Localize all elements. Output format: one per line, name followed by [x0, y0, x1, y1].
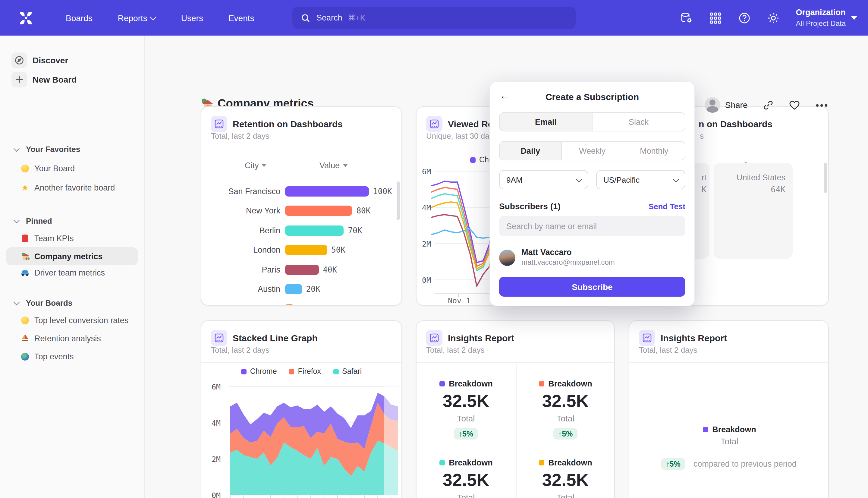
card-title[interactable]: Insights Report: [448, 333, 514, 343]
share-button[interactable]: Share: [705, 97, 748, 113]
sidebar-item-driver-team-metrics[interactable]: Driver team metrics: [6, 263, 138, 281]
sidebar-section-your-favorites[interactable]: Your Favorites: [0, 141, 144, 157]
chevron-down-icon: [14, 217, 19, 223]
sort-triangle-icon: [343, 164, 347, 167]
smiley-emoji-icon: [21, 164, 29, 173]
apps-grid-icon[interactable]: [709, 11, 722, 24]
chevron-down-icon: [673, 176, 679, 182]
metric-total-label: Total: [418, 414, 514, 423]
row-city-label: Austin: [201, 285, 280, 294]
table-row[interactable]: Paris40K: [201, 260, 396, 279]
subscribe-submit-button[interactable]: Subscribe: [499, 277, 685, 297]
sidebar-item-discover[interactable]: Discover: [0, 52, 144, 69]
sidebar-item-your-board[interactable]: Your Board: [6, 159, 138, 177]
copy-link-icon[interactable]: [763, 100, 773, 110]
metric-breakdown-2[interactable]: Breakdown 32.5K Total ↑5%: [517, 379, 614, 440]
comparison-row: ↑5% compared to previous period: [629, 454, 828, 470]
y-tick: 2M: [205, 455, 221, 464]
mixpanel-logo-icon[interactable]: [17, 9, 35, 27]
settings-gear-icon[interactable]: [767, 11, 780, 24]
nav-item-users[interactable]: Users: [169, 0, 216, 36]
tab-monthly[interactable]: Monthly: [624, 142, 685, 160]
column-header-city[interactable]: City: [245, 161, 267, 170]
data-sources-icon[interactable]: [680, 11, 694, 24]
scrollbar[interactable]: [824, 163, 827, 193]
bar[interactable]: [285, 284, 302, 294]
card-title[interactable]: Viewed Re: [448, 119, 493, 129]
bar[interactable]: [285, 245, 327, 255]
metric-breakdown-single[interactable]: Breakdown Total: [681, 425, 778, 446]
favorite-heart-icon[interactable]: [789, 100, 800, 110]
metric-breakdown-3[interactable]: Breakdown 32.5K Total ↑5%: [418, 458, 514, 498]
sidebar-item-another-favorite-board[interactable]: Another favorite board: [6, 179, 138, 197]
y-tick: 6M: [205, 382, 221, 391]
sidebar-item-top-level-conversion-rates[interactable]: Top level conversion rates: [6, 311, 138, 329]
top-nav: Boards Reports Users Events Search ⌘+K: [0, 0, 868, 36]
tab-weekly[interactable]: Weekly: [561, 142, 623, 160]
tab-slack[interactable]: Slack: [592, 113, 685, 131]
bar[interactable]: [285, 304, 294, 305]
y-tick: 6M: [416, 167, 431, 176]
card-title[interactable]: Stacked Line Graph: [233, 333, 318, 343]
more-options-icon[interactable]: •••: [816, 100, 829, 110]
tab-daily[interactable]: Daily: [500, 142, 561, 160]
nav-item-reports[interactable]: Reports: [105, 0, 169, 36]
metric-breakdown-1[interactable]: Breakdown 32.5K Total ↑5%: [418, 379, 514, 440]
column-header-value[interactable]: Value: [319, 161, 347, 170]
search-placeholder: Search: [317, 13, 342, 22]
card-title[interactable]: Retention on Dashboards: [233, 119, 343, 129]
metric-breakdown-4[interactable]: Breakdown 32.5K Total ↑5%: [517, 458, 614, 498]
help-icon[interactable]: [738, 11, 751, 24]
sidebar-section-pinned[interactable]: Pinned: [0, 213, 144, 228]
search-input[interactable]: Search ⌘+K: [292, 6, 576, 29]
metric-value: 32.5K: [517, 470, 614, 490]
table-row[interactable]: Austin20K: [201, 279, 396, 299]
country-panel[interactable]: United States 64K: [714, 163, 793, 259]
clipped-panel: rt K: [694, 163, 709, 259]
nav-item-events[interactable]: Events: [216, 0, 267, 36]
card-title[interactable]: Insights Report: [660, 333, 727, 343]
row-value: 50K: [331, 246, 345, 255]
y-tick: 4M: [205, 418, 221, 428]
timezone-select[interactable]: US/Pacific: [596, 170, 685, 189]
table-row[interactable]: Berlin70K: [201, 221, 396, 240]
table-row[interactable]: San Francisco100K: [201, 182, 396, 201]
sidebar-section-your-boards[interactable]: Your Boards: [0, 295, 144, 311]
subscriber-search-input[interactable]: Search by name or email: [499, 216, 685, 236]
tab-email[interactable]: Email: [500, 113, 592, 131]
row-city-label: Berlin: [201, 226, 280, 235]
modal-title: Create a Subscription: [490, 92, 694, 102]
search-shortcut: ⌘+K: [348, 13, 365, 22]
send-test-link[interactable]: Send Test: [649, 202, 685, 211]
row-value: 20K: [306, 285, 320, 294]
bar[interactable]: [285, 225, 344, 236]
table-row[interactable]: Bangalore10K: [201, 299, 396, 305]
sidebar: Discover New Board Your Favorites Your B…: [0, 36, 145, 498]
org-switcher[interactable]: Organization All Project Data: [796, 8, 857, 28]
card-retention-on-dashboards: Retention on Dashboards Total, last 2 da…: [201, 106, 402, 306]
sidebar-item-team-kpis[interactable]: Team KPIs: [6, 229, 138, 247]
subscribers-label: Subscribers (1): [499, 201, 561, 211]
bar[interactable]: [285, 186, 369, 197]
sidebar-item-company-metrics[interactable]: Company metrics: [6, 247, 138, 265]
subscriber-list-item[interactable]: Matt Vaccaro matt.vaccaro@mixpanel.com: [499, 248, 685, 267]
sort-triangle-icon: [262, 164, 267, 167]
sidebar-item-retention-analysis[interactable]: Retention analysis: [6, 329, 138, 347]
metric-value: 32.5K: [418, 391, 514, 411]
comparison-label: compared to previous period: [694, 459, 797, 468]
sidebar-item-top-events[interactable]: Top events: [6, 347, 138, 365]
org-name: Organization: [796, 8, 846, 18]
bar[interactable]: [285, 265, 319, 275]
time-select[interactable]: 9AM: [499, 170, 588, 189]
compass-icon: [12, 52, 27, 68]
card-title[interactable]: n on Dashboards: [699, 119, 773, 129]
sidebar-item-new-board[interactable]: New Board: [0, 71, 144, 88]
table-row[interactable]: New York80K: [201, 201, 396, 221]
backpack-emoji-icon: [21, 234, 29, 243]
scrollbar[interactable]: [397, 182, 400, 220]
nav-item-boards[interactable]: Boards: [53, 0, 105, 36]
sailboat-emoji-icon: [21, 334, 29, 343]
bar[interactable]: [285, 206, 352, 216]
table-row[interactable]: London50K: [201, 240, 396, 260]
delta-badge: ↑5%: [553, 428, 578, 440]
